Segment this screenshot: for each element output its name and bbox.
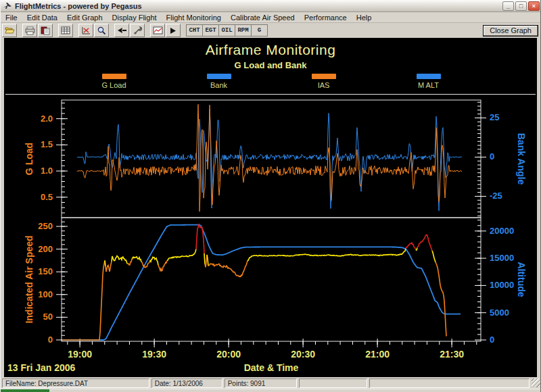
- toolbar: CHTEGTOILRPMG Close Graph: [1, 23, 541, 38]
- open-file-button[interactable]: [2, 24, 17, 37]
- svg-text:Date & Time: Date & Time: [244, 362, 299, 373]
- status-panel-3: [299, 378, 367, 388]
- svg-text:20000: 20000: [490, 226, 514, 236]
- menu-item-edit-data[interactable]: Edit Data: [22, 13, 62, 22]
- svg-text:10000: 10000: [490, 280, 514, 290]
- engine-button-oil[interactable]: OIL: [218, 24, 235, 36]
- graph-button[interactable]: [150, 24, 165, 37]
- svg-text:0: 0: [48, 335, 53, 345]
- svg-text:0: 0: [490, 335, 494, 345]
- svg-text:Altitude: Altitude: [516, 262, 527, 297]
- svg-text:19:30: 19:30: [142, 349, 166, 360]
- svg-text:-25: -25: [490, 191, 502, 201]
- svg-text:21:00: 21:00: [365, 349, 390, 360]
- scatter-plot-button[interactable]: [78, 24, 93, 37]
- status-panel-4: [369, 378, 530, 388]
- folder-open-icon: [5, 26, 15, 34]
- svg-text:0.5: 0.5: [41, 192, 53, 202]
- table-grid-icon: [61, 26, 70, 34]
- svg-text:25: 25: [490, 112, 499, 122]
- taskbar-fragment: [1, 389, 49, 392]
- tools-button[interactable]: [130, 24, 145, 37]
- menu-item-file[interactable]: File: [1, 13, 22, 22]
- chart-cross-icon: [81, 26, 91, 34]
- svg-text:Bank Angle: Bank Angle: [516, 133, 527, 185]
- svg-text:1.0: 1.0: [41, 166, 53, 176]
- print-button[interactable]: [22, 24, 37, 37]
- window-title: FlightMetrics - powered by Pegasus: [15, 2, 501, 10]
- chart-area: 0.51.01.52.0G Load-25025Bank Angle050100…: [4, 38, 537, 377]
- status-panel-0: FileName: Depressure.DAT: [2, 378, 149, 388]
- wrench-icon: [133, 26, 142, 35]
- title-bar[interactable]: FlightMetrics - powered by Pegasus _ □ ×: [1, 0, 541, 12]
- chart-canvas: 0.51.01.52.0G Load-25025Bank Angle050100…: [4, 38, 538, 377]
- svg-text:1.5: 1.5: [41, 139, 53, 149]
- magnifier-icon: [97, 26, 106, 35]
- desktop-sliver: [1, 389, 541, 392]
- svg-text:150: 150: [38, 266, 53, 276]
- menu-item-calibrate-air-speed[interactable]: Calibrate Air Speed: [226, 13, 300, 22]
- svg-text:20:30: 20:30: [291, 349, 315, 360]
- svg-text:100: 100: [38, 289, 53, 299]
- svg-text:21:30: 21:30: [440, 349, 464, 360]
- app-plane-icon: [3, 2, 12, 10]
- svg-text:200: 200: [38, 244, 53, 254]
- menu-item-display-flight[interactable]: Display Flight: [108, 13, 162, 22]
- close-button[interactable]: ×: [528, 1, 540, 11]
- svg-text:15000: 15000: [490, 253, 514, 263]
- menu-bar: FileEdit DataEdit GraphDisplay FlightFli…: [1, 12, 541, 23]
- app-window: FlightMetrics - powered by Pegasus _ □ ×…: [0, 0, 541, 392]
- printer-icon: [25, 26, 35, 35]
- menu-item-help[interactable]: Help: [352, 13, 377, 22]
- menu-item-edit-graph[interactable]: Edit Graph: [62, 13, 108, 22]
- engine-button-group: CHTEGTOILRPMG: [186, 24, 267, 36]
- copy-icon: [41, 26, 50, 35]
- arrow-left-icon: [117, 27, 127, 34]
- svg-text:19:00: 19:00: [68, 349, 92, 360]
- engine-button-cht[interactable]: CHT: [186, 24, 203, 36]
- svg-text:250: 250: [38, 221, 53, 231]
- copy-button[interactable]: [38, 24, 53, 37]
- svg-text:50: 50: [43, 312, 53, 322]
- close-graph-button[interactable]: Close Graph: [483, 25, 538, 36]
- status-bar: FileName: Depressure.DATDate: 1/13/2006P…: [1, 377, 541, 389]
- nav-arrow-button[interactable]: [114, 24, 129, 37]
- minimize-button[interactable]: _: [502, 1, 514, 11]
- line-chart-icon: [153, 26, 163, 34]
- engine-button-g[interactable]: G: [251, 24, 268, 36]
- play-icon: [170, 27, 177, 34]
- menu-item-performance[interactable]: Performance: [300, 13, 352, 22]
- svg-text:5000: 5000: [490, 308, 509, 318]
- svg-text:20:00: 20:00: [216, 349, 241, 360]
- resize-grip[interactable]: [532, 378, 540, 387]
- status-panel-2: Points: 9091: [225, 378, 297, 388]
- zoom-button[interactable]: [94, 24, 109, 37]
- svg-text:2.0: 2.0: [41, 114, 53, 124]
- svg-text:Indicated Air Speed: Indicated Air Speed: [24, 235, 34, 323]
- play-button[interactable]: [166, 24, 181, 37]
- data-table-button[interactable]: [58, 24, 73, 37]
- engine-button-rpm[interactable]: RPM: [235, 24, 252, 36]
- engine-button-egt[interactable]: EGT: [202, 24, 219, 36]
- maximize-button[interactable]: □: [515, 1, 527, 11]
- menu-item-flight-monitoring[interactable]: Flight Monitoring: [162, 13, 226, 22]
- status-panel-1: Date: 1/13/2006: [151, 378, 222, 388]
- svg-text:13 Fri Jan 2006: 13 Fri Jan 2006: [7, 362, 76, 373]
- svg-text:G Load: G Load: [24, 143, 34, 175]
- svg-text:0: 0: [490, 151, 494, 162]
